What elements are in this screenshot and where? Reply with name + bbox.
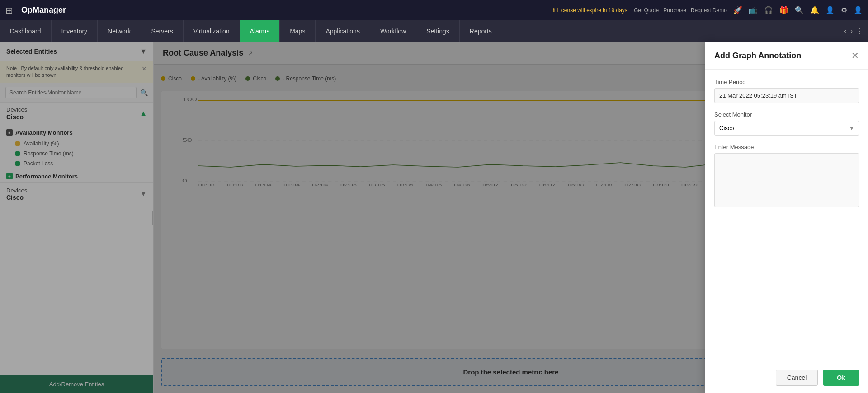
ok-button[interactable]: Ok — [823, 370, 859, 386]
request-demo-link[interactable]: Request Demo — [691, 7, 727, 14]
nav-dashboard[interactable]: Dashboard — [0, 20, 52, 42]
panel-footer: Cancel Ok — [705, 362, 868, 393]
nav-end-actions: ‹ › ⋮ — [840, 20, 868, 42]
nav-more-icon[interactable]: ⋮ — [856, 27, 863, 36]
panel-header: Add Graph Annotation ✕ — [705, 42, 868, 70]
cancel-button[interactable]: Cancel — [776, 370, 818, 386]
monitor-icon[interactable]: 📺 — [749, 6, 758, 14]
topbar-right: ℹ License will expire in 19 days Get Quo… — [553, 6, 863, 14]
select-monitor-wrapper: Cisco ▼ — [714, 121, 859, 136]
gift-icon[interactable]: 🎁 — [779, 6, 788, 14]
settings-icon[interactable]: ⚙ — [841, 6, 847, 14]
license-notice: ℹ License will expire in 19 days — [553, 7, 627, 14]
nav-virtualization[interactable]: Virtualization — [184, 20, 240, 42]
user-icon[interactable]: 👤 — [854, 6, 863, 14]
time-period-value: 21 Mar 2022 05:23:19 am IST — [714, 88, 859, 103]
topbar-icons: 🚀 📺 🎧 🎁 🔍 🔔 👤 ⚙ 👤 — [733, 6, 863, 14]
main-layout: Selected Entities ▼ Note : By default on… — [0, 42, 868, 393]
message-textarea[interactable] — [714, 153, 859, 207]
topbar-left: ⊞ OpManager — [5, 5, 66, 16]
select-monitor-dropdown[interactable]: Cisco — [714, 121, 859, 136]
nav-back-icon[interactable]: ‹ — [844, 27, 846, 35]
select-monitor-label: Select Monitor — [714, 111, 859, 118]
search-icon[interactable]: 🔍 — [795, 6, 804, 14]
nav-network[interactable]: Network — [98, 20, 141, 42]
purchase-link[interactable]: Purchase — [663, 7, 686, 14]
grid-icon[interactable]: ⊞ — [5, 5, 13, 16]
select-monitor-field: Select Monitor Cisco ▼ — [714, 111, 859, 136]
annotation-panel: Add Graph Annotation ✕ Time Period 21 Ma… — [705, 42, 868, 393]
nav-maps[interactable]: Maps — [280, 20, 316, 42]
nav-reports[interactable]: Reports — [460, 20, 502, 42]
nav-servers[interactable]: Servers — [141, 20, 183, 42]
license-icon: ℹ — [553, 7, 555, 14]
app-logo: OpManager — [21, 5, 66, 15]
time-period-field: Time Period 21 Mar 2022 05:23:19 am IST — [714, 79, 859, 103]
nav-applications[interactable]: Applications — [316, 20, 370, 42]
enter-message-label: Enter Message — [714, 144, 859, 150]
enter-message-field: Enter Message — [714, 144, 859, 209]
panel-body: Time Period 21 Mar 2022 05:23:19 am IST … — [705, 70, 868, 362]
topbar-links: Get Quote Purchase Request Demo — [634, 7, 727, 14]
nav-workflow[interactable]: Workflow — [370, 20, 416, 42]
time-period-label: Time Period — [714, 79, 859, 85]
person-icon[interactable]: 👤 — [826, 6, 835, 14]
nav-forward-icon[interactable]: › — [850, 27, 853, 35]
bell-icon[interactable]: 🔔 — [810, 6, 819, 14]
headset-icon[interactable]: 🎧 — [764, 6, 773, 14]
license-text: License will expire in 19 days — [557, 7, 627, 14]
nav-alarms[interactable]: Alarms — [240, 20, 280, 42]
panel-title: Add Graph Annotation — [714, 51, 801, 61]
panel-close-button[interactable]: ✕ — [851, 50, 859, 61]
topbar: ⊞ OpManager ℹ License will expire in 19 … — [0, 0, 868, 20]
navbar: Dashboard Inventory Network Servers Virt… — [0, 20, 868, 42]
rocket-icon[interactable]: 🚀 — [733, 6, 742, 14]
nav-settings[interactable]: Settings — [416, 20, 460, 42]
get-quote-link[interactable]: Get Quote — [634, 7, 659, 14]
nav-inventory[interactable]: Inventory — [52, 20, 98, 42]
